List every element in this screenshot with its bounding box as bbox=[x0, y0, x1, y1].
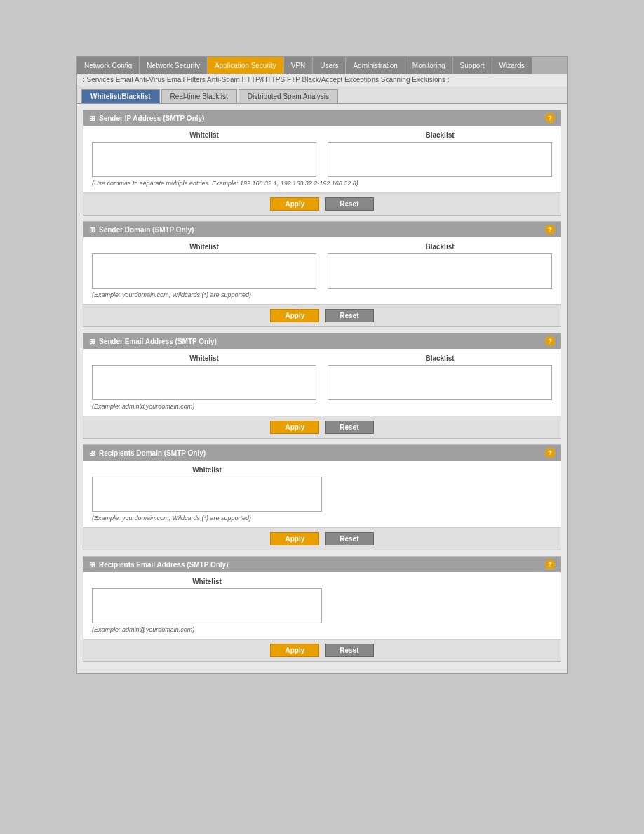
sub-nav: : Services Email Anti-Virus Email Filter… bbox=[77, 74, 567, 86]
recipients-domain-reset-button[interactable]: Reset bbox=[325, 532, 373, 545]
sender-ip-whitelist-input[interactable] bbox=[92, 142, 316, 177]
section-header-left-2: ⊞ Sender Domain (SMTP Only) bbox=[89, 226, 194, 234]
section-recipients-email: ⊞ Recipients Email Address (SMTP Only) ?… bbox=[83, 556, 561, 662]
section-sender-ip: ⊞ Sender IP Address (SMTP Only) ? Whitel… bbox=[83, 110, 561, 216]
help-icon-sender-email[interactable]: ? bbox=[545, 336, 555, 346]
section-sender-email-header: ⊞ Sender Email Address (SMTP Only) ? bbox=[83, 333, 561, 349]
tab-bar: Whitelist/Blacklist Real-time Blacklist … bbox=[77, 86, 567, 104]
top-nav: Network Config Network Security Applicat… bbox=[77, 57, 567, 74]
nav-users[interactable]: Users bbox=[313, 57, 346, 74]
help-icon-sender-ip[interactable]: ? bbox=[545, 113, 555, 123]
nav-wizards[interactable]: Wizards bbox=[492, 57, 532, 74]
section-header-left: ⊞ Sender IP Address (SMTP Only) bbox=[89, 114, 204, 122]
main-container: Network Config Network Security Applicat… bbox=[76, 56, 568, 674]
recipients-email-button-row: Apply Reset bbox=[83, 639, 561, 661]
sender-ip-reset-button[interactable]: Reset bbox=[325, 197, 373, 211]
sender-email-whitelist-col: Whitelist bbox=[92, 355, 316, 400]
sender-email-reset-button[interactable]: Reset bbox=[325, 421, 373, 434]
sender-email-blacklist-input[interactable] bbox=[328, 365, 552, 400]
recipients-domain-button-row: Apply Reset bbox=[83, 527, 561, 550]
sender-ip-blacklist-input[interactable] bbox=[328, 142, 552, 177]
grid-icon-2: ⊞ bbox=[89, 226, 95, 234]
sender-domain-apply-button[interactable]: Apply bbox=[270, 309, 319, 322]
tab-realtime-blacklist[interactable]: Real-time Blacklist bbox=[161, 89, 237, 103]
section-sender-email-body: Whitelist Blacklist (Example: admin@your… bbox=[83, 349, 561, 416]
section-sender-email: ⊞ Sender Email Address (SMTP Only) ? Whi… bbox=[83, 333, 561, 439]
section-recipients-domain-body: Whitelist (Example: yourdomain.com, Wild… bbox=[83, 461, 561, 527]
section-sender-domain-header: ⊞ Sender Domain (SMTP Only) ? bbox=[83, 222, 561, 237]
subnav-text: : Services Email Anti-Virus Email Filter… bbox=[83, 76, 450, 84]
grid-icon-4: ⊞ bbox=[89, 449, 95, 457]
section-recipients-email-body: Whitelist (Example: admin@yourdomain.com… bbox=[83, 572, 561, 639]
recipients-domain-hint: (Example: yourdomain.com, Wildcards (*) … bbox=[92, 515, 552, 522]
sender-email-two-col: Whitelist Blacklist bbox=[92, 355, 552, 400]
sender-ip-two-col: Whitelist Blacklist bbox=[92, 131, 552, 177]
grid-icon: ⊞ bbox=[89, 114, 95, 122]
recipients-email-hint: (Example: admin@yourdomain.com) bbox=[92, 626, 552, 633]
section-sender-ip-title: Sender IP Address (SMTP Only) bbox=[99, 114, 204, 122]
section-recipients-email-header: ⊞ Recipients Email Address (SMTP Only) ? bbox=[83, 557, 561, 572]
sender-domain-reset-button[interactable]: Reset bbox=[325, 309, 373, 322]
section-sender-ip-body: Whitelist Blacklist (Use commas to separ… bbox=[83, 126, 561, 192]
sender-email-blacklist-col: Blacklist bbox=[328, 355, 552, 400]
recipients-domain-whitelist-label: Whitelist bbox=[92, 466, 322, 474]
section-sender-ip-header: ⊞ Sender IP Address (SMTP Only) ? bbox=[83, 110, 561, 126]
section-recipients-domain-title: Recipients Domain (SMTP Only) bbox=[99, 449, 206, 457]
sender-domain-hint: (Example: yourdomain.com, Wildcards (*) … bbox=[92, 291, 552, 298]
grid-icon-3: ⊞ bbox=[89, 338, 95, 345]
sender-domain-blacklist-input[interactable] bbox=[328, 253, 552, 289]
grid-icon-5: ⊞ bbox=[89, 561, 95, 569]
sender-email-whitelist-input[interactable] bbox=[92, 365, 316, 400]
section-sender-domain: ⊞ Sender Domain (SMTP Only) ? Whitelist … bbox=[83, 221, 561, 327]
sender-domain-whitelist-input[interactable] bbox=[92, 253, 316, 289]
nav-network-config[interactable]: Network Config bbox=[77, 57, 140, 74]
recipients-domain-whitelist-input[interactable] bbox=[92, 477, 322, 512]
sender-domain-whitelist-label: Whitelist bbox=[92, 243, 316, 251]
sender-ip-apply-button[interactable]: Apply bbox=[270, 197, 319, 211]
section-sender-domain-title: Sender Domain (SMTP Only) bbox=[99, 226, 194, 234]
content-area: ⊞ Sender IP Address (SMTP Only) ? Whitel… bbox=[77, 104, 567, 673]
sender-email-whitelist-label: Whitelist bbox=[92, 355, 316, 362]
section-header-left-3: ⊞ Sender Email Address (SMTP Only) bbox=[89, 338, 217, 345]
tab-whitelist-blacklist[interactable]: Whitelist/Blacklist bbox=[81, 89, 160, 103]
sender-ip-blacklist-col: Blacklist bbox=[328, 131, 552, 177]
tab-distributed-spam[interactable]: Distributed Spam Analysis bbox=[239, 89, 338, 103]
page-wrapper: Network Config Network Security Applicat… bbox=[0, 0, 644, 834]
sender-ip-blacklist-label: Blacklist bbox=[328, 131, 552, 139]
section-sender-domain-body: Whitelist Blacklist (Example: yourdomain… bbox=[83, 237, 561, 304]
sender-ip-whitelist-col: Whitelist bbox=[92, 131, 316, 177]
nav-vpn[interactable]: VPN bbox=[284, 57, 314, 74]
section-header-left-4: ⊞ Recipients Domain (SMTP Only) bbox=[89, 449, 206, 457]
recipients-domain-apply-button[interactable]: Apply bbox=[270, 532, 319, 545]
nav-administration[interactable]: Administration bbox=[346, 57, 405, 74]
recipients-email-whitelist-input[interactable] bbox=[92, 588, 322, 623]
section-recipients-domain: ⊞ Recipients Domain (SMTP Only) ? Whitel… bbox=[83, 444, 561, 550]
nav-network-security[interactable]: Network Security bbox=[140, 57, 208, 74]
sender-email-apply-button[interactable]: Apply bbox=[270, 421, 319, 434]
recipients-email-whitelist-label: Whitelist bbox=[92, 578, 322, 585]
sender-email-hint: (Example: admin@yourdomain.com) bbox=[92, 403, 552, 410]
sender-ip-button-row: Apply Reset bbox=[83, 192, 561, 215]
sender-domain-two-col: Whitelist Blacklist bbox=[92, 243, 552, 289]
section-recipients-domain-header: ⊞ Recipients Domain (SMTP Only) ? bbox=[83, 445, 561, 461]
help-icon-sender-domain[interactable]: ? bbox=[545, 225, 555, 234]
sender-domain-whitelist-col: Whitelist bbox=[92, 243, 316, 289]
section-recipients-email-title: Recipients Email Address (SMTP Only) bbox=[99, 561, 229, 569]
section-header-left-5: ⊞ Recipients Email Address (SMTP Only) bbox=[89, 561, 229, 569]
recipients-email-apply-button[interactable]: Apply bbox=[270, 644, 319, 657]
nav-monitoring[interactable]: Monitoring bbox=[405, 57, 453, 74]
recipients-email-reset-button[interactable]: Reset bbox=[325, 644, 373, 657]
sender-email-button-row: Apply Reset bbox=[83, 416, 561, 438]
sender-email-blacklist-label: Blacklist bbox=[328, 355, 552, 362]
sender-domain-blacklist-label: Blacklist bbox=[328, 243, 552, 251]
recipients-domain-one-col: Whitelist bbox=[92, 466, 322, 512]
nav-support[interactable]: Support bbox=[453, 57, 492, 74]
recipients-email-one-col: Whitelist bbox=[92, 578, 322, 623]
sender-ip-hint: (Use commas to separate multiple entries… bbox=[92, 180, 552, 187]
help-icon-recipients-domain[interactable]: ? bbox=[545, 448, 555, 458]
help-icon-recipients-email[interactable]: ? bbox=[545, 560, 555, 569]
section-sender-email-title: Sender Email Address (SMTP Only) bbox=[99, 338, 217, 345]
sender-domain-blacklist-col: Blacklist bbox=[328, 243, 552, 289]
sender-domain-button-row: Apply Reset bbox=[83, 304, 561, 326]
nav-application-security[interactable]: Application Security bbox=[208, 57, 284, 74]
